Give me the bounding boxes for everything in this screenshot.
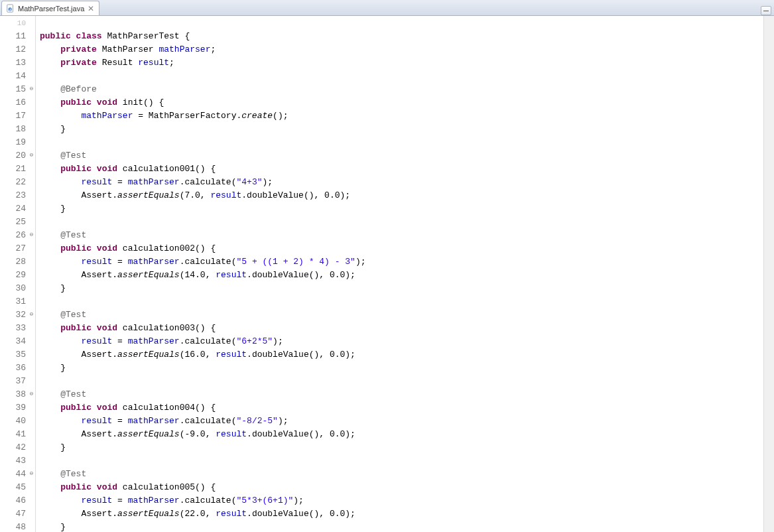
- line-number: 39: [0, 401, 35, 415]
- code-line[interactable]: [40, 136, 774, 149]
- code-line[interactable]: Assert.assertEquals(22.0, result.doubleV…: [40, 507, 774, 521]
- code-line[interactable]: result = mathParser.calculate("5*3+(6+1)…: [40, 494, 774, 507]
- code-line[interactable]: Assert.assertEquals(14.0, result.doubleV…: [40, 269, 774, 282]
- fold-toggle-icon[interactable]: ⊖: [29, 86, 34, 92]
- line-number: 15⊖: [0, 83, 35, 96]
- code-line[interactable]: [40, 295, 774, 308]
- vertical-scrollbar[interactable]: [763, 16, 774, 532]
- editor-tab-bar: J MathParserTest.java ✕: [0, 0, 774, 16]
- line-number: 29: [0, 269, 35, 282]
- code-line[interactable]: result = mathParser.calculate("5 + ((1 +…: [40, 255, 774, 269]
- line-number: 12: [0, 43, 35, 56]
- code-line[interactable]: Assert.assertEquals(-9.0, result.doubleV…: [40, 428, 774, 441]
- code-line[interactable]: public void calculation004() {: [40, 401, 774, 415]
- code-line[interactable]: result = mathParser.calculate("4+3");: [40, 176, 774, 189]
- line-number: 31: [0, 295, 35, 308]
- line-number: 44⊖: [0, 468, 35, 481]
- code-line[interactable]: public void calculation001() {: [40, 163, 774, 176]
- fold-toggle-icon[interactable]: ⊖: [29, 312, 34, 318]
- line-number: 40: [0, 415, 35, 428]
- code-line[interactable]: @Test: [40, 229, 774, 242]
- code-line[interactable]: public void init() {: [40, 96, 774, 109]
- code-line[interactable]: Assert.assertEquals(16.0, result.doubleV…: [40, 348, 774, 362]
- line-number: 24: [0, 202, 35, 216]
- line-number: 23: [0, 189, 35, 202]
- line-number: 20⊖: [0, 149, 35, 163]
- fold-toggle-icon[interactable]: ⊖: [29, 232, 34, 238]
- line-number: 32⊖: [0, 308, 35, 322]
- line-number: 27: [0, 242, 35, 255]
- code-line[interactable]: result = mathParser.calculate("-8/2-5");: [40, 415, 774, 428]
- line-number-gutter: 101112131415⊖1617181920⊖212223242526⊖272…: [0, 16, 36, 532]
- line-number: 35: [0, 348, 35, 362]
- code-line[interactable]: @Test: [40, 149, 774, 163]
- code-line[interactable]: private Result result;: [40, 56, 774, 70]
- line-number: 42: [0, 441, 35, 454]
- code-line[interactable]: [40, 70, 774, 83]
- line-number: 46: [0, 494, 35, 507]
- editor-tab-active[interactable]: J MathParserTest.java ✕: [1, 1, 99, 15]
- line-number: 47: [0, 507, 35, 521]
- code-area[interactable]: public class MathParserTest { private Ma…: [36, 16, 774, 532]
- code-line[interactable]: @Test: [40, 388, 774, 401]
- fold-toggle-icon[interactable]: ⊖: [29, 391, 34, 397]
- java-file-icon: J: [6, 4, 15, 13]
- code-line[interactable]: }: [40, 282, 774, 295]
- code-line[interactable]: public class MathParserTest {: [40, 30, 774, 43]
- code-line[interactable]: public void calculation002() {: [40, 242, 774, 255]
- code-line[interactable]: public void calculation005() {: [40, 481, 774, 494]
- minimize-view-button[interactable]: [761, 6, 771, 15]
- line-number: 11: [0, 30, 35, 43]
- fold-toggle-icon[interactable]: ⊖: [29, 153, 34, 159]
- line-number: 10: [0, 17, 35, 30]
- line-number: 26⊖: [0, 229, 35, 242]
- line-number: 33: [0, 322, 35, 335]
- fold-toggle-icon[interactable]: ⊖: [29, 471, 34, 477]
- code-line[interactable]: }: [40, 202, 774, 216]
- line-number: 18: [0, 123, 35, 136]
- code-line[interactable]: @Before: [40, 83, 774, 96]
- code-line[interactable]: }: [40, 441, 774, 454]
- code-line[interactable]: [40, 216, 774, 229]
- line-number: 16: [0, 96, 35, 109]
- line-number: 48: [0, 521, 35, 532]
- code-line[interactable]: private MathParser mathParser;: [40, 43, 774, 56]
- tab-filename: MathParserTest.java: [18, 5, 84, 13]
- line-number: 43: [0, 454, 35, 468]
- code-line[interactable]: mathParser = MathParserFactory.create();: [40, 109, 774, 123]
- code-line[interactable]: }: [40, 362, 774, 375]
- line-number: 28: [0, 255, 35, 269]
- code-line[interactable]: public void calculation003() {: [40, 322, 774, 335]
- line-number: 34: [0, 335, 35, 348]
- code-line[interactable]: }: [40, 521, 774, 532]
- line-number: 22: [0, 176, 35, 189]
- line-number: 36: [0, 362, 35, 375]
- code-line[interactable]: Assert.assertEquals(7.0, result.doubleVa…: [40, 189, 774, 202]
- code-line[interactable]: [40, 454, 774, 468]
- line-number: 38⊖: [0, 388, 35, 401]
- code-line[interactable]: [40, 375, 774, 388]
- code-line[interactable]: @Test: [40, 468, 774, 481]
- code-line[interactable]: @Test: [40, 308, 774, 322]
- line-number: 17: [0, 109, 35, 123]
- line-number: 21: [0, 163, 35, 176]
- line-number: 25: [0, 216, 35, 229]
- tab-close-icon[interactable]: ✕: [87, 5, 95, 13]
- line-number: 19: [0, 136, 35, 149]
- code-editor[interactable]: 101112131415⊖1617181920⊖212223242526⊖272…: [0, 16, 774, 532]
- line-number: 30: [0, 282, 35, 295]
- line-number: 41: [0, 428, 35, 441]
- code-line[interactable]: [40, 17, 774, 30]
- code-line[interactable]: }: [40, 123, 774, 136]
- code-line[interactable]: result = mathParser.calculate("6+2*5");: [40, 335, 774, 348]
- line-number: 13: [0, 56, 35, 70]
- line-number: 14: [0, 70, 35, 83]
- line-number: 37: [0, 375, 35, 388]
- line-number: 45: [0, 481, 35, 494]
